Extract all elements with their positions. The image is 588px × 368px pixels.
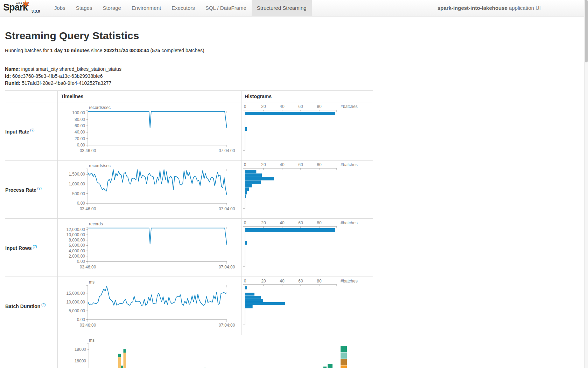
svg-text:40: 40 bbox=[280, 162, 285, 167]
spark-logo[interactable]: APACHE Spark ✶ 3.3.0 bbox=[0, 0, 43, 16]
svg-text:15,000.00: 15,000.00 bbox=[66, 291, 85, 296]
svg-text:07:04:00: 07:04:00 bbox=[219, 206, 235, 211]
svg-text:03:46:00: 03:46:00 bbox=[80, 265, 96, 270]
tab-storage[interactable]: Storage bbox=[97, 0, 126, 16]
svg-text:40: 40 bbox=[280, 279, 285, 284]
histogram-cell: 020406080#batches bbox=[241, 219, 373, 277]
svg-text:07:04:00: 07:04:00 bbox=[219, 323, 235, 328]
help-link[interactable]: (?) bbox=[31, 245, 37, 248]
running-batches-summary: Running batches for 1 day 10 minutes sin… bbox=[5, 48, 588, 53]
svg-text:1,000.00: 1,000.00 bbox=[69, 182, 85, 186]
histogram-chart: 020406080#batches bbox=[241, 277, 366, 333]
svg-text:10,000.00: 10,000.00 bbox=[66, 300, 85, 305]
svg-text:0: 0 bbox=[244, 162, 246, 167]
svg-text:100.00: 100.00 bbox=[72, 110, 85, 115]
svg-text:0: 0 bbox=[244, 279, 246, 284]
meta-line: Id: 60dc3768-85e3-4fb5-a13c-63b29938bfe6 bbox=[5, 73, 588, 80]
statistics-table: Timelines Histograms Input Rate (?)recor… bbox=[5, 90, 373, 368]
meta-line: Name: ingest smart_city shared_bikes_sta… bbox=[5, 66, 588, 73]
svg-text:16000: 16000 bbox=[75, 359, 86, 363]
application-title-suffix: application UI bbox=[507, 5, 541, 11]
tab-label[interactable]: Environment bbox=[126, 0, 166, 16]
svg-text:40: 40 bbox=[280, 104, 285, 109]
help-link[interactable]: (?) bbox=[40, 303, 46, 307]
svg-text:60: 60 bbox=[298, 279, 303, 284]
tab-label[interactable]: Structured Streaming bbox=[252, 0, 312, 16]
running-line-part: 575 bbox=[152, 48, 160, 53]
running-line-part: 2022/11/24 08:08:44 bbox=[104, 48, 149, 53]
svg-text:60: 60 bbox=[298, 162, 303, 167]
svg-text:03:46:00: 03:46:00 bbox=[80, 206, 96, 211]
tab-label[interactable]: Executors bbox=[166, 0, 200, 16]
histograms-header: Histograms bbox=[241, 91, 373, 102]
timeline-cell: ms15,000.0010,000.005,000.000.0003:46:00… bbox=[58, 277, 241, 335]
svg-text:#batches: #batches bbox=[341, 162, 358, 167]
scrollbar-thumb[interactable] bbox=[585, 0, 588, 62]
legend-swatch bbox=[341, 353, 347, 359]
svg-text:20.00: 20.00 bbox=[75, 136, 85, 141]
meta-line: RunId: 517afd3f-28e2-4ba8-9fe4-4102527a3… bbox=[5, 80, 588, 87]
svg-text:40: 40 bbox=[280, 220, 285, 225]
stats-row: Batch Duration (?)ms15,000.0010,000.005,… bbox=[5, 277, 373, 335]
tab-jobs[interactable]: Jobs bbox=[49, 0, 71, 16]
svg-text:0.00: 0.00 bbox=[77, 259, 85, 264]
running-line-part: since bbox=[90, 48, 104, 53]
tab-label[interactable]: Stages bbox=[71, 0, 98, 16]
timeline-chart: 1,500.001,000.00500.000.0003:46:0007:04:… bbox=[58, 167, 235, 212]
tab-label[interactable]: Jobs bbox=[49, 0, 71, 16]
timeline-cell: records/sec100.0080.0060.0040.0020.000.0… bbox=[58, 102, 241, 161]
svg-text:20: 20 bbox=[261, 162, 266, 167]
help-link[interactable]: (?) bbox=[36, 186, 42, 190]
empty-header-cell bbox=[5, 91, 58, 102]
tab-environment[interactable]: Environment bbox=[126, 0, 166, 16]
row-label-cell bbox=[5, 335, 58, 368]
row-label-cell: Input Rows (?) bbox=[5, 219, 58, 277]
svg-text:40.00: 40.00 bbox=[75, 130, 85, 135]
histogram-cell: 020406080#batches bbox=[241, 161, 373, 219]
timeline-cell: records/sec1,500.001,000.00500.000.0003:… bbox=[58, 161, 241, 219]
application-name: spark-ingest-into-lakehouse bbox=[438, 5, 507, 11]
row-label-cell: Input Rate (?) bbox=[5, 102, 58, 161]
histogram-cell: 020406080#batches bbox=[241, 102, 373, 161]
timeline-chart: 15,000.0010,000.005,000.000.0003:46:0007… bbox=[58, 283, 235, 329]
row-label: Input Rate bbox=[5, 129, 29, 134]
svg-text:80: 80 bbox=[317, 162, 322, 167]
svg-text:07:04:00: 07:04:00 bbox=[219, 148, 235, 153]
svg-text:80: 80 bbox=[317, 104, 322, 109]
tab-label[interactable]: Storage bbox=[97, 0, 126, 16]
tab-stages[interactable]: Stages bbox=[71, 0, 98, 16]
legend-swatch bbox=[341, 359, 347, 365]
help-link[interactable]: (?) bbox=[29, 128, 34, 132]
tab-label[interactable]: SQL / DataFrame bbox=[200, 0, 252, 16]
histogram-chart: 020406080#batches bbox=[241, 102, 366, 158]
row-label: Input Rows bbox=[5, 245, 31, 251]
tab-sql-dataframe[interactable]: SQL / DataFrame bbox=[200, 0, 252, 16]
tab-structured-streaming[interactable]: Structured Streaming bbox=[252, 0, 312, 16]
tab-executors[interactable]: Executors bbox=[166, 0, 200, 16]
svg-text:12,000.00: 12,000.00 bbox=[66, 227, 85, 232]
svg-text:500.00: 500.00 bbox=[72, 191, 85, 196]
svg-text:5,000.00: 5,000.00 bbox=[69, 308, 85, 313]
svg-text:07:04:00: 07:04:00 bbox=[219, 265, 235, 270]
stats-row: Input Rows (?)records12,000.0010,000.008… bbox=[5, 219, 373, 277]
table-header-row: Timelines Histograms bbox=[5, 91, 373, 102]
svg-text:18000: 18000 bbox=[75, 347, 86, 352]
application-title: spark-ingest-into-lakehouse application … bbox=[438, 0, 588, 16]
svg-text:80.00: 80.00 bbox=[75, 117, 85, 122]
svg-text:2,000.00: 2,000.00 bbox=[69, 254, 85, 259]
svg-text:0.00: 0.00 bbox=[77, 143, 85, 148]
svg-text:60.00: 60.00 bbox=[75, 123, 85, 128]
row-label-cell: Batch Duration (?) bbox=[5, 277, 58, 335]
svg-text:6,000.00: 6,000.00 bbox=[69, 243, 85, 248]
histogram-cell: 020406080#batches bbox=[241, 277, 373, 335]
row-label-cell: Process Rate (?) bbox=[5, 161, 58, 219]
svg-text:20: 20 bbox=[261, 279, 266, 284]
svg-text:0: 0 bbox=[244, 104, 246, 109]
svg-text:03:46:00: 03:46:00 bbox=[80, 148, 96, 153]
timeline-cell: records12,000.0010,000.008,000.006,000.0… bbox=[58, 219, 241, 277]
stats-row: Process Rate (?)records/sec1,500.001,000… bbox=[5, 161, 373, 219]
running-line-part: ( bbox=[149, 48, 152, 53]
scrollbar-track[interactable] bbox=[584, 0, 588, 368]
svg-text:0.00: 0.00 bbox=[77, 317, 85, 322]
histogram-chart: 020406080#batches bbox=[241, 161, 366, 217]
